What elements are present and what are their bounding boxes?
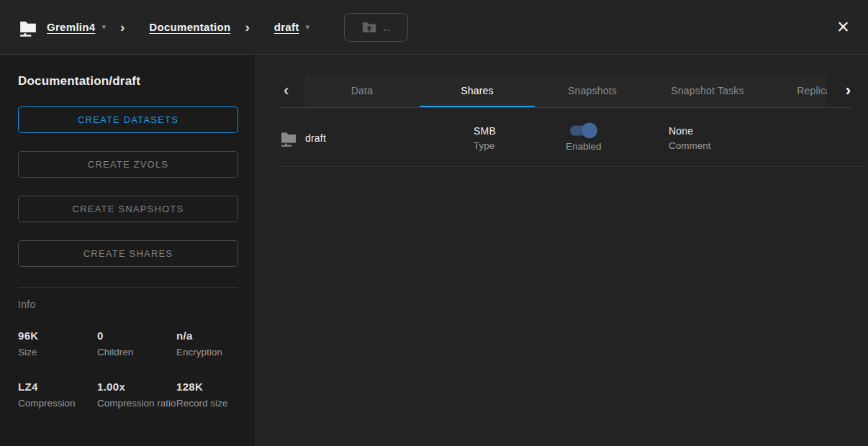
tabs-scroll-left-icon[interactable]: ‹ xyxy=(284,83,289,99)
stat-value: n/a xyxy=(176,329,238,342)
create-snapshots-button[interactable]: CREATE SNAPSHOTS xyxy=(18,196,238,222)
create-zvols-button[interactable]: CREATE ZVOLS xyxy=(18,151,238,178)
stat-record-size: 128K Record size xyxy=(176,381,238,410)
stat-encryption: n/a Encryption xyxy=(176,329,238,359)
topbar: Gremlin4 ▾ › Documentation › draft ▾ .. … xyxy=(0,0,868,55)
stat-value: LZ4 xyxy=(18,381,97,393)
stat-label: Compression ratio xyxy=(97,397,176,410)
share-comment-label: Comment xyxy=(669,140,711,151)
go-to-parent-folder-button[interactable]: .. xyxy=(344,13,408,42)
share-type-value: SMB xyxy=(474,125,496,137)
share-type-cell: SMB Type xyxy=(474,125,496,151)
main-content: ‹ Data Shares Snapshots Snapshot Tasks R… xyxy=(256,55,868,446)
folder-up-icon xyxy=(361,19,377,35)
tab-shares[interactable]: Shares xyxy=(420,73,535,108)
window-body: Documentation/draft CREATE DATASETS CREA… xyxy=(0,55,868,446)
share-enabled-label: Enabled xyxy=(566,140,602,151)
toggle-thumb xyxy=(582,122,597,138)
create-shares-button[interactable]: CREATE SHARES xyxy=(18,240,238,267)
breadcrumb-parent-link[interactable]: Documentation xyxy=(149,21,230,33)
parent-dir-label: .. xyxy=(383,21,390,33)
sidebar: Documentation/draft CREATE DATASETS CREA… xyxy=(0,55,256,446)
tab-replication[interactable]: Replication xyxy=(765,73,827,108)
stat-compression: LZ4 Compression xyxy=(18,381,97,410)
chevron-right-icon: › xyxy=(245,20,249,34)
tab-shares-label: Shares xyxy=(461,85,494,96)
breadcrumb-pool-link[interactable]: Gremlin4 xyxy=(47,21,95,33)
share-enabled-cell: Enabled xyxy=(566,124,602,151)
stat-value: 96K xyxy=(18,329,97,342)
stat-value: 128K xyxy=(176,381,238,393)
share-comment-cell: None Comment xyxy=(669,125,711,151)
share-comment-value: None xyxy=(669,125,711,137)
dataset-icon xyxy=(280,129,297,147)
stat-size: 96K Size xyxy=(18,329,97,359)
tab-header-divider xyxy=(280,107,851,108)
stat-label: Children xyxy=(97,346,176,359)
dataset-icon xyxy=(19,18,37,37)
stat-compression-ratio: 1.00x Compression ratio xyxy=(97,381,176,410)
stat-label: Encryption xyxy=(176,346,238,359)
stat-label: Size xyxy=(18,346,97,359)
tab-snapshot-tasks[interactable]: Snapshot Tasks xyxy=(650,73,765,108)
sidebar-divider xyxy=(18,287,238,288)
info-stats-grid: 96K Size 0 Children n/a Encryption LZ4 C… xyxy=(18,329,238,410)
share-name: draft xyxy=(305,132,326,144)
create-datasets-button[interactable]: CREATE DATASETS xyxy=(18,106,238,133)
share-enabled-toggle[interactable] xyxy=(570,124,597,136)
stat-label: Compression xyxy=(18,397,97,410)
stat-label: Record size xyxy=(176,397,238,410)
tab-header: ‹ Data Shares Snapshots Snapshot Tasks R… xyxy=(256,73,868,108)
tab-snapshots[interactable]: Snapshots xyxy=(535,73,650,108)
dataset-details-window: Gremlin4 ▾ › Documentation › draft ▾ .. … xyxy=(0,0,868,446)
share-row-draft[interactable]: draft SMB Type Enabled None Comment xyxy=(256,109,868,167)
breadcrumb-current-link[interactable]: draft xyxy=(274,21,299,33)
chevron-right-icon: › xyxy=(120,20,125,34)
dataset-path-title: Documentation/draft xyxy=(18,74,238,88)
caret-down-icon[interactable]: ▾ xyxy=(101,22,106,32)
tab-data[interactable]: Data xyxy=(304,73,420,108)
close-icon[interactable]: × xyxy=(833,17,854,37)
share-type-label: Type xyxy=(474,140,496,151)
caret-down-icon[interactable]: ▾ xyxy=(306,22,310,32)
tabs-scroll-right-icon[interactable]: › xyxy=(846,83,851,99)
share-name-group: draft xyxy=(280,129,326,147)
stat-children: 0 Children xyxy=(97,329,176,359)
info-section-heading: Info xyxy=(18,299,238,310)
tab-strip: Data Shares Snapshots Snapshot Tasks Rep… xyxy=(304,73,827,108)
stat-value: 1.00x xyxy=(97,381,176,393)
stat-value: 0 xyxy=(97,329,176,342)
